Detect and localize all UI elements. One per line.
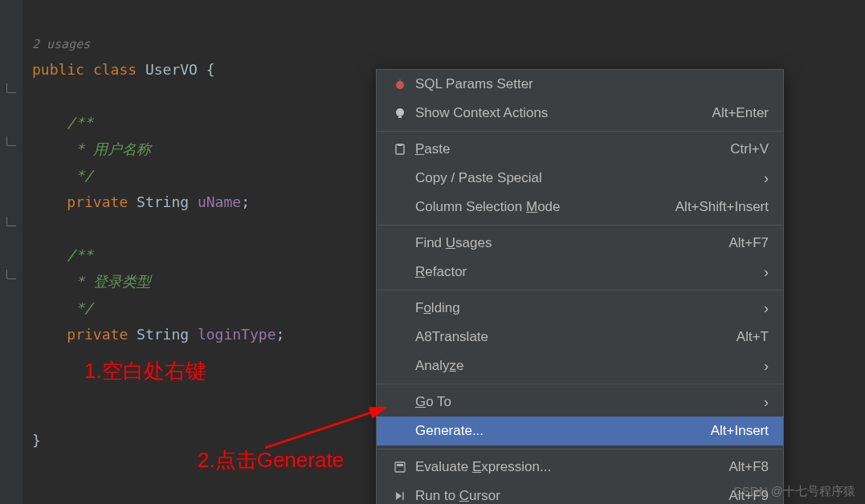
menu-paste[interactable]: Paste Ctrl+V — [377, 135, 783, 164]
svg-rect-6 — [395, 462, 405, 472]
comment: */ — [67, 299, 93, 316]
semicolon: ; — [275, 326, 284, 343]
menu-label: Analyze — [415, 358, 756, 374]
comment: /** — [67, 114, 93, 131]
field-name: loginType — [198, 326, 276, 343]
menu-run-to-cursor[interactable]: Run to Cursor Alt+F9 — [377, 482, 783, 504]
menu-label: Refactor — [415, 264, 756, 280]
usages-hint: 2 usages — [32, 37, 90, 51]
run-cursor-icon — [391, 490, 409, 502]
svg-rect-5 — [398, 144, 402, 146]
menu-label: Folding — [415, 300, 756, 316]
chevron-right-icon: › — [764, 264, 769, 281]
menu-label: Column Selection Mode — [415, 199, 667, 215]
svg-point-2 — [396, 108, 404, 116]
menu-shortcut: Alt+T — [736, 329, 769, 345]
editor-gutter — [0, 0, 22, 504]
menu-shortcut: Ctrl+V — [730, 141, 769, 157]
context-menu: SQL Params Setter Show Context Actions A… — [376, 69, 784, 504]
menu-generate[interactable]: Generate... Alt+Insert — [377, 417, 783, 445]
menu-column-select[interactable]: Column Selection Mode Alt+Shift+Insert — [377, 193, 783, 222]
menu-shortcut: Alt+F8 — [728, 459, 769, 475]
menu-analyze[interactable]: Analyze › — [377, 352, 783, 380]
watermark: CSDN @十七号程序猿 — [733, 484, 855, 499]
keyword: private — [67, 326, 128, 343]
comment: * 用户名称 — [67, 140, 151, 157]
chevron-right-icon: › — [764, 394, 769, 411]
brace: } — [32, 432, 41, 449]
semicolon: ; — [241, 193, 250, 210]
menu-sql-params[interactable]: SQL Params Setter — [377, 70, 783, 99]
comment: /** — [67, 246, 93, 263]
svg-point-0 — [396, 81, 404, 89]
menu-context-actions[interactable]: Show Context Actions Alt+Enter — [377, 99, 783, 128]
menu-shortcut: Alt+F7 — [728, 235, 769, 251]
keyword: private — [67, 193, 128, 210]
menu-label: A8Translate — [415, 329, 728, 345]
menu-label: Paste — [415, 141, 722, 157]
menu-label: Show Context Actions — [415, 105, 704, 121]
menu-shortcut: Alt+Shift+Insert — [675, 199, 769, 215]
menu-label: Generate... — [415, 423, 703, 439]
menu-label: Evaluate Expression... — [415, 459, 720, 475]
menu-copy-paste-special[interactable]: Copy / Paste Special › — [377, 164, 783, 193]
menu-label: Find Usages — [415, 235, 720, 251]
keyword: class — [93, 61, 137, 78]
svg-rect-3 — [398, 116, 402, 118]
menu-label: SQL Params Setter — [415, 76, 769, 92]
menu-separator — [377, 449, 783, 449]
type: String — [137, 326, 189, 343]
menu-refactor[interactable]: Refactor › — [377, 258, 783, 287]
menu-evaluate-expression[interactable]: Evaluate Expression... Alt+F8 — [377, 453, 783, 482]
menu-shortcut: Alt+Insert — [711, 423, 769, 439]
menu-separator — [377, 131, 783, 132]
bug-icon — [391, 78, 409, 91]
keyword: public — [32, 61, 84, 78]
clipboard-icon — [391, 143, 409, 156]
menu-goto[interactable]: Go To › — [377, 388, 783, 417]
menu-folding[interactable]: Folding › — [377, 294, 783, 323]
comment: */ — [67, 167, 93, 184]
lightbulb-icon — [391, 107, 409, 120]
menu-separator — [377, 225, 783, 226]
menu-separator — [377, 290, 783, 291]
menu-separator — [377, 384, 783, 384]
chevron-right-icon: › — [764, 358, 769, 375]
calculator-icon — [391, 461, 409, 474]
class-name: UserVO — [145, 61, 198, 78]
chevron-right-icon: › — [764, 300, 769, 317]
menu-find-usages[interactable]: Find Usages Alt+F7 — [377, 229, 783, 258]
menu-a8translate[interactable]: A8Translate Alt+T — [377, 323, 783, 352]
svg-rect-7 — [397, 464, 403, 466]
type: String — [137, 193, 189, 210]
field-name: uName — [198, 193, 241, 210]
menu-label: Run to Cursor — [415, 488, 720, 504]
comment: * 登录类型 — [67, 273, 151, 290]
chevron-right-icon: › — [764, 170, 769, 187]
menu-shortcut: Alt+Enter — [712, 105, 769, 121]
menu-label: Copy / Paste Special — [415, 170, 756, 186]
brace: { — [198, 61, 215, 78]
menu-label: Go To — [415, 394, 756, 410]
